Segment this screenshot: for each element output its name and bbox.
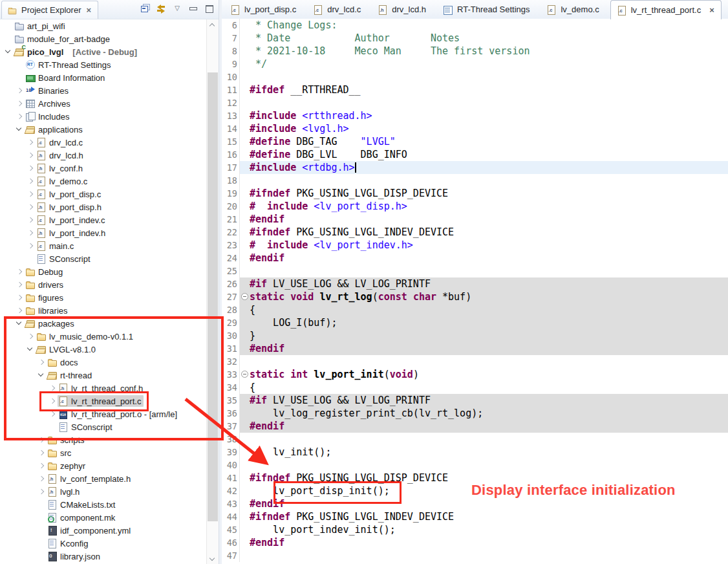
tree-item-docs[interactable]: docs [0, 356, 207, 369]
chevron-collapsed-icon[interactable] [47, 407, 58, 420]
editor-tab-drv-lcd-c[interactable]: .cdrv_lcd.c [307, 0, 372, 19]
tree-item-scripts[interactable]: scripts [0, 433, 207, 446]
chevron-expanded-icon[interactable] [36, 369, 47, 382]
collapse-all-icon[interactable] [140, 3, 150, 14]
chevron-collapsed-icon[interactable] [25, 239, 36, 252]
chevron-collapsed-icon[interactable] [25, 149, 36, 162]
code-line-9[interactable]: 9 */ [222, 58, 728, 70]
code-line-45[interactable]: 45 lv_port_indev_init(); [222, 523, 728, 536]
tree-item-lv-rt-thread-port-c[interactable]: .clv_rt_thread_port.c [0, 395, 207, 407]
code-line-25[interactable]: 25 [222, 265, 728, 277]
code-line-46[interactable]: 46#endif [222, 536, 728, 549]
tree-item-includes[interactable]: Includes [0, 110, 207, 123]
tree-item-component-mk[interactable]: component.mk [0, 511, 207, 524]
minimize-icon[interactable] [188, 3, 198, 14]
tree-item-lv-port-disp-c[interactable]: .clv_port_disp.c [0, 188, 207, 201]
tree-item-lvgl-v8-1-0[interactable]: LVGL-v8.1.0 [0, 343, 207, 356]
code-line-13[interactable]: 13#include <rtthread.h> [222, 109, 728, 122]
tree-item-rt-thread-settings[interactable]: RTRT-Thread Settings [0, 58, 207, 71]
tree-item-lv-rt-thread-port-o-arm-le-[interactable]: 010lv_rt_thread_port.o - [arm/le] [0, 407, 207, 420]
code-line-44[interactable]: 44#ifndef PKG_USING_LVGL_INDEV_DEVICE [222, 510, 728, 523]
code-line-21[interactable]: 21#endif [222, 213, 728, 226]
code-line-23[interactable]: 23# include <lv_port_indev.h> [222, 239, 728, 252]
tree-item-lv-demo-c[interactable]: .clv_demo.c [0, 175, 207, 188]
code-line-32[interactable]: 32 [222, 355, 728, 368]
code-line-10[interactable]: 10 [222, 70, 728, 83]
tree-item-applications[interactable]: applications [0, 123, 207, 136]
code-line-22[interactable]: 22#ifndef PKG_USING_LVGL_INDEV_DEVICE [222, 226, 728, 239]
tree-item-figures[interactable]: figures [0, 291, 207, 304]
tree-item-main-c[interactable]: .cmain.c [0, 239, 207, 252]
editor-tab-rt-thread-settings[interactable]: RT-Thread Settings [437, 0, 541, 19]
fold-marker-column[interactable] [240, 290, 250, 303]
code-line-29[interactable]: 29 LOG_I(buf); [222, 316, 728, 329]
code-line-8[interactable]: 8 * 2021-10-18 Meco Man The first versio… [222, 45, 728, 58]
chevron-collapsed-icon[interactable] [25, 162, 36, 175]
code-line-39[interactable]: 39 lv_init(); [222, 446, 728, 459]
chevron-collapsed-icon[interactable] [36, 472, 47, 485]
chevron-collapsed-icon[interactable] [47, 395, 58, 407]
code-line-43[interactable]: 43#endif [222, 497, 728, 510]
code-line-24[interactable]: 24#endif [222, 252, 728, 265]
tree-item-archives[interactable]: Archives [0, 97, 207, 110]
tree-item-board-information[interactable]: Board Information [0, 71, 207, 84]
code-line-14[interactable]: 14#include <lvgl.h> [222, 122, 728, 135]
tree-item-drv-lcd-c[interactable]: .cdrv_lcd.c [0, 136, 207, 149]
tree-item-sconscript[interactable]: SConscript [0, 252, 207, 265]
chevron-collapsed-icon[interactable] [47, 382, 58, 395]
chevron-collapsed-icon[interactable] [36, 446, 47, 459]
code-line-19[interactable]: 19#ifndef PKG_USING_LVGL_DISP_DEVICE [222, 187, 728, 200]
tree-item-drv-lcd-h[interactable]: .hdrv_lcd.h [0, 149, 207, 162]
tree-item-idf-component-yml[interactable]: !idf_component.yml [0, 524, 207, 537]
code-line-6[interactable]: 6 * Change Logs: [222, 19, 728, 32]
tree-item-lv-port-indev-c[interactable]: .clv_port_indev.c [0, 213, 207, 226]
code-line-16[interactable]: 16#define DBG_LVL DBG_INFO [222, 148, 728, 161]
chevron-collapsed-icon[interactable] [36, 459, 47, 472]
tree-item-rt-thread[interactable]: rt-thread [0, 369, 207, 382]
link-with-editor-icon[interactable] [156, 3, 166, 14]
code-line-34[interactable]: 34{ [222, 381, 728, 394]
code-line-40[interactable]: 40 [222, 459, 728, 472]
code-line-35[interactable]: 35#if LV_USE_LOG && LV_LOG_PRINTF [222, 394, 728, 407]
tree-item-pico-lvgl[interactable]: Cpico_lvgl[Active - Debug] [0, 45, 207, 58]
code-line-38[interactable]: 38 [222, 433, 728, 446]
tree-item-lv-conf-h[interactable]: .hlv_conf.h [0, 162, 207, 175]
code-line-20[interactable]: 20# include <lv_port_disp.h> [222, 200, 728, 213]
chevron-expanded-icon[interactable] [3, 45, 14, 58]
tree-item-zephyr[interactable]: zephyr [0, 459, 207, 472]
chevron-collapsed-icon[interactable] [14, 110, 25, 123]
tree-item-drivers[interactable]: drivers [0, 278, 207, 291]
tree-item-lv-port-indev-h[interactable]: .hlv_port_indev.h [0, 226, 207, 239]
code-line-28[interactable]: 28{ [222, 303, 728, 316]
chevron-expanded-icon[interactable] [14, 123, 25, 136]
tree-item-lv-conf-template-h[interactable]: .hlv_conf_template.h [0, 472, 207, 485]
chevron-collapsed-icon[interactable] [25, 226, 36, 239]
chevron-collapsed-icon[interactable] [14, 278, 25, 291]
chevron-collapsed-icon[interactable] [25, 213, 36, 226]
tree-item-module-for-art-badge[interactable]: module_for_art-badge [0, 32, 207, 45]
tree-item-art-pi-wifi[interactable]: art_pi_wifi [0, 19, 207, 32]
tree-item-lv-rt-thread-conf-h[interactable]: .hlv_rt_thread_conf.h [0, 382, 207, 395]
code-line-47[interactable]: 47 [222, 549, 728, 562]
project-explorer-view-tab[interactable]: Project Explorer × [1, 1, 98, 19]
code-line-33[interactable]: 33static int lv_port_init(void) [222, 368, 728, 381]
code-line-26[interactable]: 26#if LV_USE_LOG && LV_LOG_PRINTF [222, 277, 728, 290]
code-line-18[interactable]: 18 [222, 174, 728, 187]
close-tab-icon[interactable]: × [709, 5, 714, 15]
chevron-collapsed-icon[interactable] [14, 84, 25, 97]
code-line-30[interactable]: 30} [222, 329, 728, 342]
maximize-icon[interactable] [204, 3, 215, 14]
scrollbar-thumb[interactable] [208, 72, 218, 521]
code-line-12[interactable]: 12 [222, 96, 728, 109]
collapse-fold-icon[interactable] [241, 293, 248, 300]
tree-item-lv-music-demo-v0-1-1[interactable]: lv_music_demo-v0.1.1 [0, 330, 207, 343]
tree-item-cmakelists-txt[interactable]: CMakeLists.txt [0, 498, 207, 511]
scroll-down-icon[interactable] [207, 554, 219, 564]
editor-tab-lv-port-disp-c[interactable]: .clv_port_disp.c [224, 0, 307, 19]
chevron-collapsed-icon[interactable] [14, 304, 25, 317]
tree-item-lv-port-disp-h[interactable]: .hlv_port_disp.h [0, 201, 207, 213]
chevron-collapsed-icon[interactable] [36, 356, 47, 369]
chevron-collapsed-icon[interactable] [14, 291, 25, 304]
code-line-41[interactable]: 41#ifndef PKG_USING_LVGL_DISP_DEVICE [222, 472, 728, 484]
chevron-collapsed-icon[interactable] [25, 136, 36, 149]
